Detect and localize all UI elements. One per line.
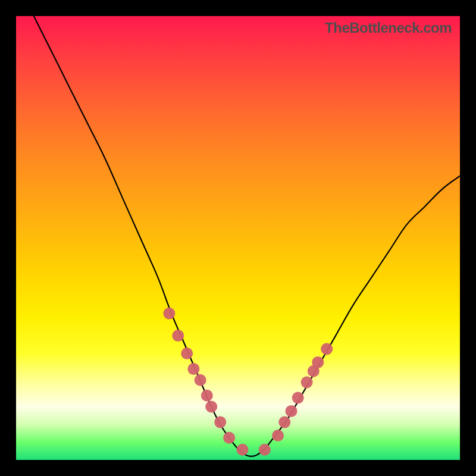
outer-frame: TheBottleneck.com <box>0 0 476 476</box>
marker-point <box>301 377 313 389</box>
marker-point <box>181 347 193 359</box>
marker-point <box>312 356 324 368</box>
chart-overlay <box>16 16 460 460</box>
marker-point <box>205 401 217 413</box>
marker-point <box>223 432 235 444</box>
marker-point <box>172 330 184 342</box>
marker-point <box>259 444 271 456</box>
marker-point <box>214 416 226 428</box>
marker-group <box>163 308 333 456</box>
marker-point <box>272 430 284 441</box>
marker-point <box>187 363 199 375</box>
marker-point <box>163 308 175 320</box>
marker-point <box>292 392 304 404</box>
marker-point <box>201 390 213 402</box>
marker-point <box>195 374 206 386</box>
marker-point <box>286 405 298 417</box>
marker-point <box>237 444 249 456</box>
marker-point <box>278 416 290 428</box>
marker-point <box>321 343 333 355</box>
bottleneck-curve-path <box>34 16 460 456</box>
plot-area: TheBottleneck.com <box>16 16 460 460</box>
